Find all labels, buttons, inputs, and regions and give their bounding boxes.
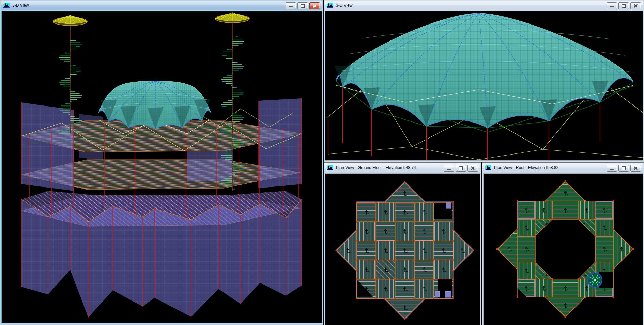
- mdi-background: 3-D View 3-D View: [0, 0, 644, 325]
- titlebar[interactable]: 3-D View: [1, 1, 322, 10]
- model-window-icon: [3, 3, 10, 8]
- window-title: Plan View - Ground Floor - Elevation 948…: [336, 165, 416, 170]
- minimize-button[interactable]: [286, 2, 296, 9]
- ground-plan-drawing: [325, 174, 480, 325]
- minimize-button[interactable]: [607, 2, 617, 9]
- plan-view-canvas-roof[interactable]: [484, 174, 643, 325]
- minimize-button[interactable]: [444, 165, 454, 172]
- close-button[interactable]: [630, 165, 641, 172]
- dome-drawing: [325, 11, 643, 160]
- 3d-model-drawing: [2, 11, 322, 323]
- window-title: 3-D View: [12, 3, 29, 8]
- model-window-icon: [327, 165, 333, 170]
- plan-view-canvas-ground[interactable]: [325, 174, 480, 325]
- roof-plan-drawing: [484, 174, 643, 325]
- close-button[interactable]: [467, 165, 478, 172]
- window-3d-view-main[interactable]: 3-D View: [0, 0, 323, 325]
- restore-button[interactable]: [618, 2, 629, 9]
- window-3d-view-dome[interactable]: 3-D View: [324, 0, 644, 162]
- model-window-icon: [485, 165, 491, 170]
- window-plan-roof[interactable]: Plan View - Roof - Elevation 958.82: [482, 162, 644, 325]
- close-button[interactable]: [309, 2, 320, 9]
- window-title: Plan View - Roof - Elevation 958.82: [494, 165, 558, 170]
- restore-button[interactable]: [297, 2, 308, 9]
- model-window-icon: [327, 3, 333, 8]
- window-plan-ground[interactable]: Plan View - Ground Floor - Elevation 948…: [324, 162, 481, 325]
- titlebar[interactable]: 3-D View: [324, 1, 643, 10]
- 3d-view-canvas-dome[interactable]: [325, 11, 643, 160]
- restore-button[interactable]: [618, 165, 629, 172]
- window-title: 3-D View: [336, 3, 352, 8]
- restore-button[interactable]: [456, 165, 466, 172]
- titlebar[interactable]: Plan View - Roof - Elevation 958.82: [482, 163, 643, 173]
- 3d-view-canvas-main[interactable]: [2, 11, 322, 323]
- close-button[interactable]: [630, 2, 641, 9]
- titlebar[interactable]: Plan View - Ground Floor - Elevation 948…: [324, 163, 480, 173]
- minimize-button[interactable]: [607, 165, 617, 172]
